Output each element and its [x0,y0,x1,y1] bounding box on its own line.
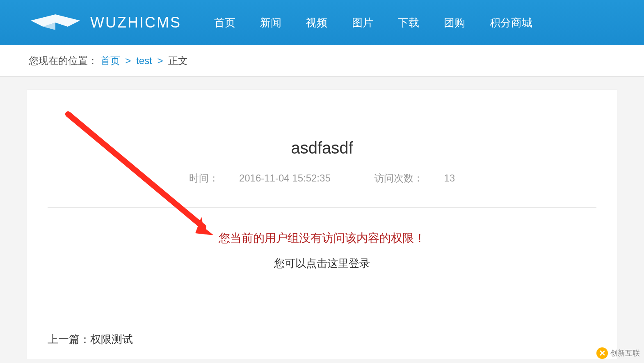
article-container: asdfasdf 时间：2016-11-04 15:52:35 访问次数：13 … [27,89,617,359]
nav-news[interactable]: 新闻 [260,16,281,30]
breadcrumb: 您现在的位置： 首页 > test > 正文 [0,45,644,77]
nav-group[interactable]: 团购 [444,16,465,30]
breadcrumb-prefix: 您现在的位置： [29,55,98,66]
article-title: asdfasdf [48,139,596,157]
prev-label: 上一篇： [48,333,90,345]
prev-article: 上一篇：权限测试 [48,332,596,347]
breadcrumb-test[interactable]: test [136,55,152,66]
watermark-icon: ✕ [596,347,608,359]
site-header: WUZHICMS 首页 新闻 视频 图片 下载 团购 积分商城 [0,0,644,45]
nav-mall[interactable]: 积分商城 [490,16,532,30]
breadcrumb-home[interactable]: 首页 [100,55,120,66]
permission-error: 您当前的用户组没有访问该内容的权限！ [48,230,596,246]
main-nav: 首页 新闻 视频 图片 下载 团购 积分商城 [214,16,532,30]
article-time: 时间：2016-11-04 15:52:35 [179,172,341,184]
nav-image[interactable]: 图片 [352,16,373,30]
breadcrumb-sep: > [125,55,131,66]
logo-text: WUZHICMS [90,14,181,31]
nav-download[interactable]: 下载 [398,16,419,30]
svg-line-3 [68,114,203,227]
prev-title[interactable]: 权限测试 [90,333,133,345]
nav-video[interactable]: 视频 [306,16,327,30]
article-meta: 时间：2016-11-04 15:52:35 访问次数：13 [48,172,596,185]
watermark: ✕ 创新互联 [596,347,640,359]
article-visits: 访问次数：13 [364,172,465,184]
breadcrumb-current: 正文 [168,55,188,66]
login-link[interactable]: 您可以点击这里登录 [48,256,596,271]
breadcrumb-sep: > [157,55,163,66]
watermark-text: 创新互联 [610,348,640,358]
nav-home[interactable]: 首页 [214,16,235,30]
divider [48,207,596,208]
logo-icon [29,10,82,35]
